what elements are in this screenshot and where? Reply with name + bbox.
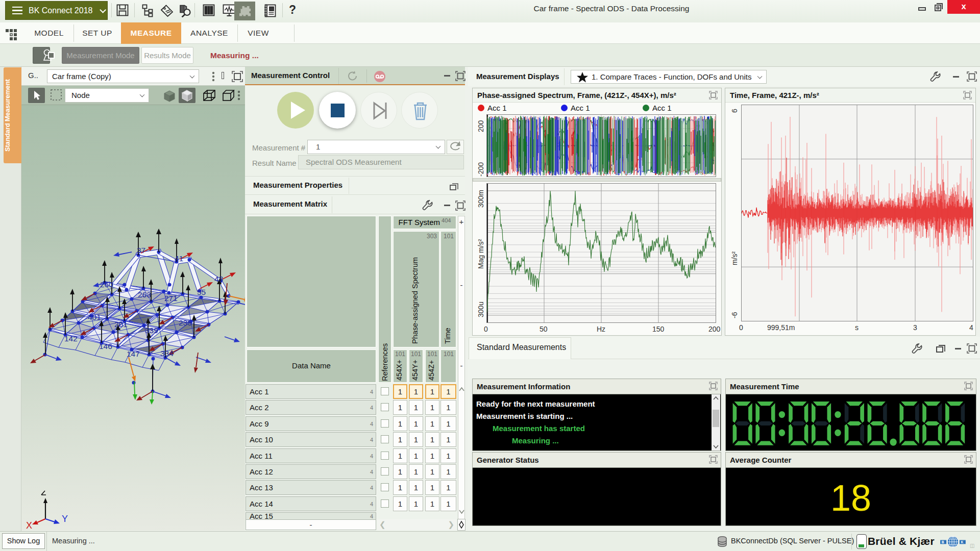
svg-text:142: 142 [64,334,78,343]
svg-text:260: 260 [100,280,113,289]
svg-text:146: 146 [99,342,112,350]
svg-text:55: 55 [197,288,206,296]
svg-text:41: 41 [175,254,183,263]
svg-text:X: X [26,520,32,531]
svg-text:263: 263 [138,290,151,299]
svg-text:235: 235 [179,318,192,327]
svg-text:339: 339 [145,326,158,335]
svg-text:201: 201 [114,320,128,329]
svg-text:271: 271 [164,294,178,303]
svg-text:K: K [961,540,963,544]
svg-text:Y: Y [62,514,68,524]
svg-text:147: 147 [127,349,140,358]
svg-text:334: 334 [160,349,174,358]
svg-text:B: B [942,540,944,544]
svg-text:43: 43 [214,274,223,283]
svg-text:401: 401 [88,313,101,321]
svg-text:37: 37 [137,246,145,255]
